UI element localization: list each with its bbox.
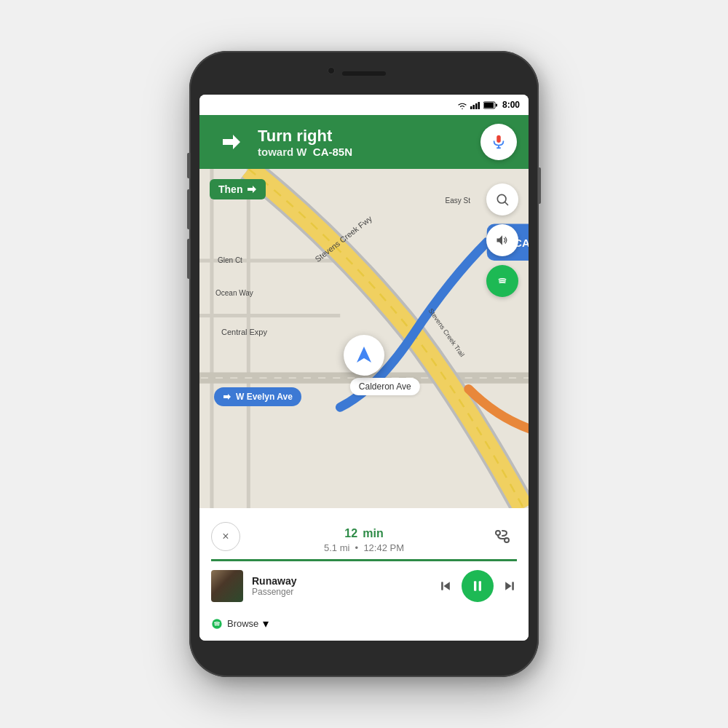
volume-up-button	[187, 153, 190, 178]
svg-rect-30	[479, 581, 481, 590]
volume-icon	[495, 233, 510, 248]
bottom-panel: × 12 min 5.1 mi • 12:42 PM	[199, 508, 529, 641]
previous-icon	[438, 579, 453, 593]
prev-button[interactable]	[438, 579, 453, 593]
album-art	[211, 570, 243, 602]
next-icon	[502, 579, 517, 593]
player-controls	[438, 570, 517, 602]
phone-screen: 8:00 Turn right toward W CA-85N	[199, 95, 529, 641]
close-button[interactable]: ×	[211, 522, 240, 551]
route-options-button[interactable]	[488, 522, 517, 551]
browse-chevron: ▾	[263, 617, 269, 630]
svg-rect-2	[475, 103, 478, 109]
calderon-text: Calderon Ave	[359, 381, 411, 392]
location-marker	[344, 335, 384, 376]
search-icon	[495, 192, 510, 207]
easy-st-label: Easy St	[446, 197, 470, 205]
trip-distance: 5.1 mi	[324, 542, 349, 553]
trip-details: 5.1 mi • 12:42 PM	[324, 542, 404, 553]
map-area[interactable]: ↱ CA Then	[199, 169, 529, 508]
svg-rect-1	[472, 105, 475, 109]
svg-rect-3	[478, 102, 480, 109]
browse-label: Browse	[227, 618, 258, 629]
then-arrow-icon	[247, 184, 257, 194]
status-icons	[457, 101, 498, 109]
evelyn-ave-text: W Evelyn Ave	[236, 392, 293, 402]
mic-button[interactable]	[480, 124, 517, 160]
track-artist: Passenger	[252, 587, 430, 597]
spotify-logo-icon	[211, 618, 223, 630]
evelyn-ave-badge: W Evelyn Ave	[214, 387, 301, 406]
nav-instruction: Turn right	[258, 127, 469, 146]
play-pause-button[interactable]	[462, 570, 494, 602]
phone-speaker	[342, 71, 386, 76]
music-player: Runaway Passenger	[199, 561, 529, 611]
battery-icon	[483, 101, 498, 109]
status-bar: 8:00	[199, 95, 529, 115]
pause-icon	[470, 579, 485, 593]
svg-rect-29	[474, 581, 476, 590]
evelyn-arrow-icon	[223, 392, 232, 401]
nav-text: Turn right toward W CA-85N	[258, 127, 469, 158]
trip-eta: 12:42 PM	[363, 542, 404, 553]
wifi-icon	[457, 101, 467, 109]
then-badge: Then	[210, 179, 266, 199]
volume-down-button	[187, 189, 190, 229]
phone-body: 8:00 Turn right toward W CA-85N	[189, 51, 539, 677]
trip-minutes: 12	[344, 527, 357, 539]
mic-icon	[491, 134, 507, 150]
ocean-way-label: Ocean Way	[215, 289, 253, 297]
turn-arrow-icon	[211, 124, 246, 159]
spotify-browse[interactable]: Browse ▾	[199, 611, 529, 641]
phone-device: 8:00 Turn right toward W CA-85N	[189, 51, 539, 677]
calderon-badge: Calderon Ave	[350, 378, 420, 395]
nav-highway: CA-85N	[313, 146, 352, 158]
nav-street: toward W CA-85N	[258, 146, 469, 158]
trip-unit: min	[363, 527, 383, 539]
svg-marker-31	[505, 582, 511, 590]
track-name: Runaway	[252, 575, 430, 587]
svg-marker-27	[444, 582, 450, 590]
svg-rect-28	[441, 582, 443, 590]
side-buttons	[486, 183, 518, 297]
power-button	[538, 167, 541, 204]
silent-switch	[187, 239, 190, 279]
nav-header: Turn right toward W CA-85N	[199, 115, 529, 169]
spotify-button[interactable]	[486, 265, 518, 297]
central-expy-label: Central Expy	[221, 328, 267, 336]
glen-ct-label: Glen Ct	[218, 256, 242, 264]
svg-rect-7	[496, 135, 501, 143]
svg-marker-24	[357, 347, 371, 363]
phone-camera	[328, 67, 335, 74]
nav-toward: toward W	[258, 146, 307, 158]
status-time: 8:00	[502, 100, 520, 110]
svg-rect-6	[496, 103, 497, 106]
svg-marker-22	[497, 235, 503, 245]
then-label: Then	[218, 183, 242, 195]
track-info: Runaway Passenger	[252, 575, 430, 597]
svg-line-21	[505, 202, 508, 205]
volume-button[interactable]	[486, 224, 518, 256]
trip-center: 12 min 5.1 mi • 12:42 PM	[324, 520, 404, 553]
location-marker-inner	[344, 335, 384, 376]
navigation-arrow-icon	[354, 345, 374, 365]
route-options-icon	[493, 527, 512, 546]
next-button[interactable]	[502, 579, 517, 593]
trip-info: × 12 min 5.1 mi • 12:42 PM	[199, 508, 529, 559]
svg-rect-0	[470, 106, 472, 109]
album-art-image	[211, 570, 243, 602]
signal-icon	[470, 101, 480, 109]
close-icon: ×	[222, 530, 229, 543]
svg-rect-5	[484, 103, 494, 108]
spotify-icon	[494, 273, 510, 289]
svg-rect-32	[512, 582, 514, 590]
trip-time: 12 min	[324, 520, 404, 542]
search-button[interactable]	[486, 183, 518, 215]
